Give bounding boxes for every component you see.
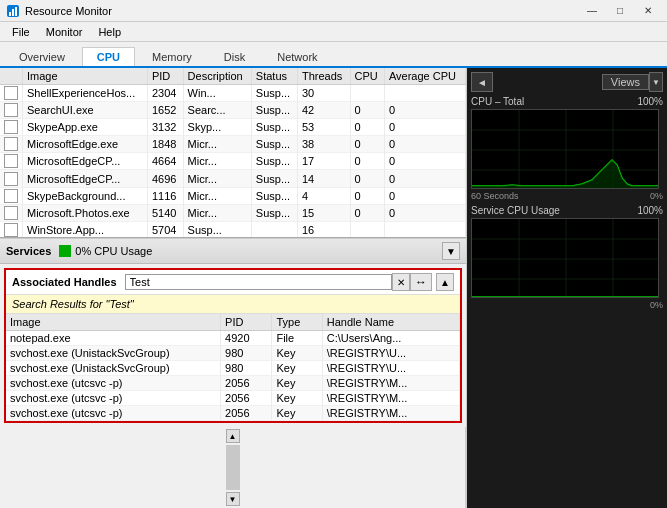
row-checkbox[interactable]	[0, 119, 23, 136]
handles-collapse-button[interactable]: ▲	[436, 273, 454, 291]
table-row[interactable]: ShellExperienceHos... 2304 Win... Susp..…	[0, 85, 466, 102]
right-nav-button[interactable]: ◄	[471, 72, 493, 92]
row-image: SearchUI.exe	[23, 102, 148, 119]
row-threads: 15	[297, 204, 350, 221]
list-item[interactable]: notepad.exe 4920 File C:\Users\Ang...	[6, 331, 460, 346]
row-image: SkypeApp.exe	[23, 119, 148, 136]
tab-disk[interactable]: Disk	[209, 47, 260, 66]
col-handle-image[interactable]: Image	[6, 314, 221, 331]
row-pid: 1652	[147, 102, 183, 119]
views-label-button[interactable]: Views	[602, 74, 649, 90]
handles-header: Associated Handles ✕ ↔ ▲	[6, 270, 460, 295]
handle-pid: 2056	[221, 406, 272, 421]
handle-pid: 980	[221, 361, 272, 376]
services-section-header[interactable]: Services 0% CPU Usage ▼	[0, 238, 466, 264]
scroll-down-button[interactable]: ▼	[226, 492, 240, 506]
col-avgcpu[interactable]: Average CPU	[384, 68, 465, 85]
tab-network[interactable]: Network	[262, 47, 332, 66]
list-item[interactable]: svchost.exe (utcsvc -p) 2056 Key \REGIST…	[6, 406, 460, 421]
table-row[interactable]: MicrosoftEdgeCP... 4696 Micr... Susp... …	[0, 170, 466, 187]
row-checkbox[interactable]	[0, 170, 23, 187]
handle-type: Key	[272, 406, 322, 421]
list-item[interactable]: svchost.exe (utcsvc -p) 2056 Key \REGIST…	[6, 376, 460, 391]
window-title: Resource Monitor	[25, 5, 579, 17]
table-row[interactable]: MicrosoftEdgeCP... 4664 Micr... Susp... …	[0, 153, 466, 170]
table-row[interactable]: WinStore.App... 5704 Susp... 16	[0, 221, 466, 238]
handles-table-container[interactable]: Image PID Type Handle Name notepad.exe 4…	[6, 314, 460, 421]
menu-bar: File Monitor Help	[0, 22, 667, 42]
handle-pid: 4920	[221, 331, 272, 346]
row-checkbox[interactable]	[0, 102, 23, 119]
row-cpu: 0	[350, 153, 384, 170]
table-row[interactable]: SkypeApp.exe 3132 Skyp... Susp... 53 0 0	[0, 119, 466, 136]
handle-image: notepad.exe	[6, 331, 221, 346]
services-collapse-button[interactable]: ▼	[442, 242, 460, 260]
row-avgcpu: 0	[384, 102, 465, 119]
col-handle-type[interactable]: Type	[272, 314, 322, 331]
menu-file[interactable]: File	[4, 24, 38, 40]
title-bar: Resource Monitor — □ ✕	[0, 0, 667, 22]
row-cpu	[350, 85, 384, 102]
col-pid[interactable]: PID	[147, 68, 183, 85]
handles-refresh-button[interactable]: ↔	[410, 273, 432, 291]
col-desc[interactable]: Description	[183, 68, 251, 85]
tab-memory[interactable]: Memory	[137, 47, 207, 66]
row-pid: 2304	[147, 85, 183, 102]
row-pid: 4664	[147, 153, 183, 170]
menu-monitor[interactable]: Monitor	[38, 24, 91, 40]
row-threads: 16	[297, 221, 350, 238]
row-checkbox[interactable]	[0, 204, 23, 221]
row-status: Susp...	[251, 204, 297, 221]
handles-clear-button[interactable]: ✕	[392, 273, 410, 291]
handle-type: File	[272, 331, 322, 346]
row-checkbox[interactable]	[0, 85, 23, 102]
handle-name: \REGISTRY\M...	[322, 391, 459, 406]
process-table-container[interactable]: Image PID Description Status Threads CPU…	[0, 68, 466, 238]
tab-cpu[interactable]: CPU	[82, 47, 135, 66]
cpu-dot-icon	[59, 245, 71, 257]
col-check	[0, 68, 23, 85]
service-cpu-max-pct: 100%	[637, 205, 663, 216]
handles-search-area: ✕ ↔	[125, 273, 432, 291]
maximize-button[interactable]: □	[607, 2, 633, 20]
col-image[interactable]: Image	[23, 68, 148, 85]
cpu-usage-badge: 0% CPU Usage	[59, 245, 152, 257]
col-status[interactable]: Status	[251, 68, 297, 85]
svg-rect-2	[12, 9, 14, 16]
menu-help[interactable]: Help	[90, 24, 129, 40]
handles-search-input[interactable]	[125, 274, 392, 290]
table-row[interactable]: Microsoft.Photos.exe 5140 Micr... Susp..…	[0, 204, 466, 221]
handles-table: Image PID Type Handle Name notepad.exe 4…	[6, 314, 460, 421]
list-item[interactable]: svchost.exe (utcsvc -p) 2056 Key \REGIST…	[6, 391, 460, 406]
row-checkbox[interactable]	[0, 187, 23, 204]
col-handle-name[interactable]: Handle Name	[322, 314, 459, 331]
handle-pid: 980	[221, 346, 272, 361]
row-checkbox[interactable]	[0, 153, 23, 170]
table-row[interactable]: SkypeBackground... 1116 Micr... Susp... …	[0, 187, 466, 204]
row-status: Susp...	[251, 102, 297, 119]
col-cpu[interactable]: CPU	[350, 68, 384, 85]
table-row[interactable]: SearchUI.exe 1652 Searc... Susp... 42 0 …	[0, 102, 466, 119]
row-avgcpu: 0	[384, 187, 465, 204]
table-row[interactable]: MicrosoftEdge.exe 1848 Micr... Susp... 3…	[0, 136, 466, 153]
list-item[interactable]: svchost.exe (UnistackSvcGroup) 980 Key \…	[6, 346, 460, 361]
row-checkbox[interactable]	[0, 221, 23, 238]
scroll-up-button[interactable]: ▲	[226, 429, 240, 443]
views-dropdown-button[interactable]: ▼	[649, 72, 663, 92]
left-panel: Image PID Description Status Threads CPU…	[0, 68, 467, 508]
service-cpu-title-row: Service CPU Usage 100%	[471, 205, 663, 216]
list-item[interactable]: svchost.exe (UnistackSvcGroup) 980 Key \…	[6, 361, 460, 376]
tab-overview[interactable]: Overview	[4, 47, 80, 66]
handle-type: Key	[272, 376, 322, 391]
row-threads: 53	[297, 119, 350, 136]
close-button[interactable]: ✕	[635, 2, 661, 20]
service-cpu-chart-canvas	[471, 218, 659, 298]
main-layout: Image PID Description Status Threads CPU…	[0, 68, 667, 508]
row-status: Susp...	[251, 119, 297, 136]
col-handle-pid[interactable]: PID	[221, 314, 272, 331]
row-desc: Searc...	[183, 102, 251, 119]
row-checkbox[interactable]	[0, 136, 23, 153]
row-pid: 5704	[147, 221, 183, 238]
minimize-button[interactable]: —	[579, 2, 605, 20]
col-threads[interactable]: Threads	[297, 68, 350, 85]
